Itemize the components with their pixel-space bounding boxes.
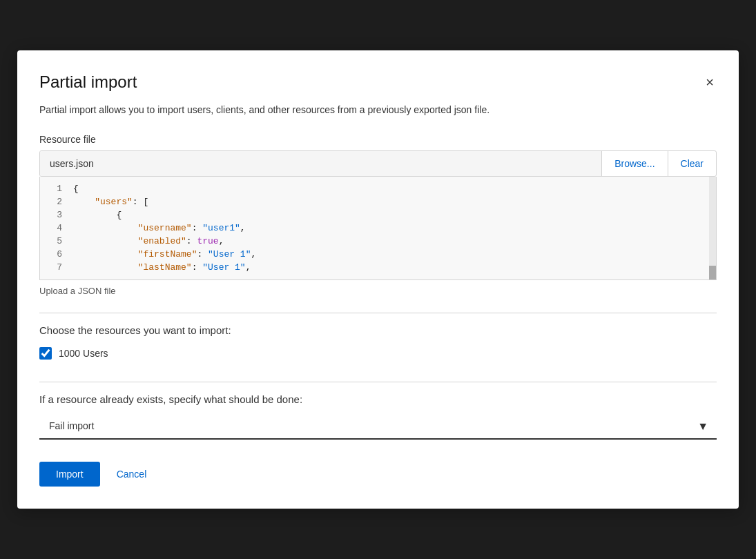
divider-1 — [39, 313, 717, 313]
file-name-display: users.json — [40, 151, 601, 176]
partial-import-modal: Partial import × Partial import allows y… — [17, 50, 739, 509]
code-line-4: 4 "username": "user1", — [40, 222, 716, 235]
scrollbar-thumb — [709, 266, 716, 280]
modal-description: Partial import allows you to import user… — [39, 103, 717, 117]
file-input-row: users.json Browse... Clear — [39, 150, 717, 177]
line-num-6: 6 — [40, 249, 73, 259]
exists-section: If a resource already exists, specify wh… — [39, 393, 717, 440]
users-checkbox[interactable] — [39, 347, 52, 360]
cancel-button[interactable]: Cancel — [117, 462, 147, 487]
scrollbar-track — [709, 177, 716, 280]
modal-header: Partial import × — [39, 72, 717, 92]
exists-label: If a resource already exists, specify wh… — [39, 393, 717, 405]
close-button[interactable]: × — [703, 72, 717, 92]
modal-title: Partial import — [39, 72, 137, 92]
line-num-5: 5 — [40, 236, 73, 246]
conflict-dropdown[interactable]: Fail import Skip import Overwrite — [39, 413, 717, 440]
clear-button[interactable]: Clear — [668, 151, 716, 176]
resource-row-users: 1000 Users — [39, 347, 717, 371]
action-row: Import Cancel — [39, 462, 717, 487]
code-line-5: 5 "enabled": true, — [40, 235, 716, 248]
dropdown-wrapper: Fail import Skip import Overwrite ▼ — [39, 413, 717, 440]
line-num-2: 2 — [40, 197, 73, 207]
line-num-4: 4 — [40, 223, 73, 233]
browse-button[interactable]: Browse... — [601, 151, 667, 176]
code-line-3: 3 { — [40, 208, 716, 222]
resource-file-section: Resource file users.json Browse... Clear… — [39, 134, 717, 296]
line-num-7: 7 — [40, 262, 73, 273]
choose-resources-label: Choose the resources you want to import: — [39, 324, 717, 336]
line-num-3: 3 — [40, 210, 73, 220]
users-label: 1000 Users — [59, 348, 108, 359]
choose-resources-section: Choose the resources you want to import:… — [39, 324, 717, 371]
divider-2 — [39, 382, 717, 382]
json-preview: 1 { 2 "users": [ 3 { 4 "username": "user… — [39, 177, 717, 280]
code-line-6: 6 "firstName": "User 1", — [40, 248, 716, 261]
code-line-2: 2 "users": [ — [40, 195, 716, 208]
code-line-1: 1 { — [40, 182, 716, 195]
upload-hint: Upload a JSON file — [39, 286, 717, 296]
line-num-1: 1 — [40, 184, 73, 194]
resource-file-label: Resource file — [39, 134, 717, 145]
import-button[interactable]: Import — [39, 462, 100, 487]
code-line-7: 7 "lastName": "User 1", — [40, 261, 716, 274]
modal-backdrop: Partial import × Partial import allows y… — [0, 0, 756, 559]
